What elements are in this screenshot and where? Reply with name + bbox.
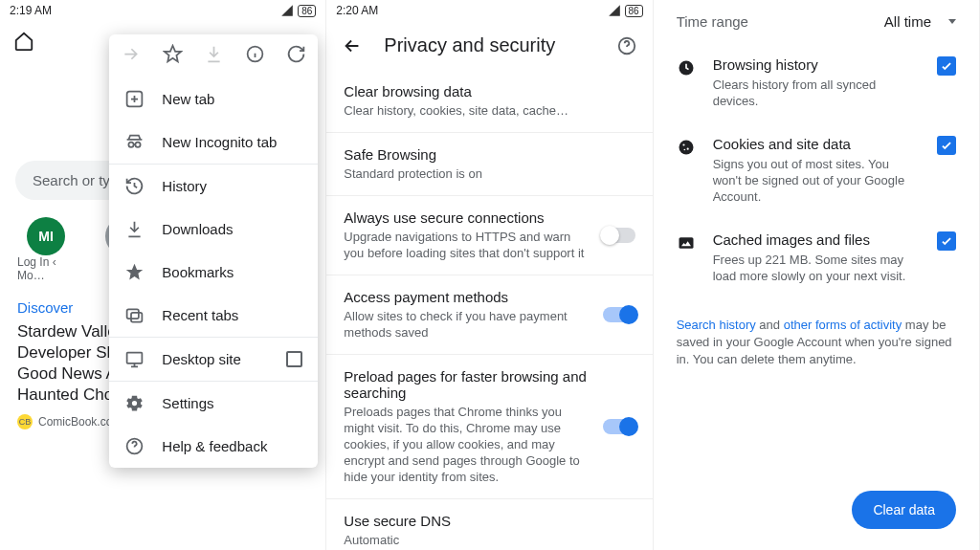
- signal-icon: [608, 4, 621, 17]
- status-time: 2:20 AM: [336, 4, 378, 17]
- info-icon[interactable]: [245, 44, 265, 64]
- cookie-icon: [677, 138, 696, 157]
- svg-point-17: [682, 143, 684, 145]
- signal-icon: [280, 4, 294, 17]
- toggle-switch[interactable]: [603, 419, 635, 434]
- battery-indicator: 86: [625, 5, 643, 17]
- menu-desktop-site[interactable]: Desktop site: [109, 338, 318, 381]
- clear-data-button[interactable]: Clear data: [852, 491, 956, 529]
- setting-safe-browsing[interactable]: Safe BrowsingStandard protection is on: [326, 133, 652, 196]
- star-icon[interactable]: [163, 44, 183, 64]
- svg-rect-10: [127, 309, 139, 319]
- status-bar: 2:20 AM 86: [326, 0, 652, 21]
- menu-new-tab[interactable]: New tab: [109, 77, 318, 121]
- download-icon[interactable]: [204, 44, 224, 64]
- menu-help[interactable]: Help & feedback: [109, 425, 318, 468]
- tile-label: Log In ‹ Mo…: [17, 255, 75, 282]
- setting-preload-pages[interactable]: Preload pages for faster browsing and se…: [326, 355, 652, 499]
- menu-settings[interactable]: Settings: [109, 382, 318, 425]
- svg-rect-11: [131, 313, 142, 322]
- cbd-browsing-history[interactable]: Browsing historyClears history from all …: [654, 43, 979, 122]
- cbd-cookies[interactable]: Cookies and site dataSigns you out of mo…: [654, 122, 979, 218]
- search-history-link[interactable]: Search history: [677, 318, 756, 332]
- time-range-selector[interactable]: Time range All time: [654, 0, 979, 43]
- status-bar: 2:19 AM 86: [0, 0, 325, 21]
- setting-clear-browsing-data[interactable]: Clear browsing dataClear history, cookie…: [326, 70, 652, 133]
- home-icon[interactable]: [13, 31, 34, 52]
- image-icon: [677, 233, 696, 253]
- setting-payment-methods[interactable]: Access payment methodsAllow sites to che…: [326, 275, 652, 355]
- dropdown-icon: [948, 19, 956, 24]
- svg-point-9: [136, 143, 141, 147]
- checkbox-checked[interactable]: [937, 56, 956, 76]
- refresh-icon[interactable]: [286, 44, 306, 64]
- menu-recent-tabs[interactable]: Recent tabs: [109, 294, 318, 337]
- forward-icon: [121, 44, 141, 64]
- menu-history[interactable]: History: [109, 165, 318, 208]
- menu-downloads[interactable]: Downloads: [109, 208, 318, 251]
- info-text: Search history and other forms of activi…: [654, 317, 979, 368]
- time-range-label: Time range: [677, 13, 748, 30]
- overflow-menu: New tab New Incognito tab History Downlo…: [109, 34, 318, 468]
- other-activity-link[interactable]: other forms of activity: [784, 318, 902, 332]
- shortcut-tile[interactable]: MI Log In ‹ Mo…: [17, 217, 75, 282]
- setting-secure-dns[interactable]: Use secure DNSAutomatic: [326, 499, 652, 550]
- cbd-cached-images[interactable]: Cached images and filesFrees up 221 MB. …: [654, 218, 979, 297]
- toggle-switch[interactable]: [603, 307, 635, 322]
- checkbox-icon[interactable]: [286, 351, 302, 367]
- svg-rect-20: [679, 237, 693, 249]
- back-icon[interactable]: [342, 35, 363, 56]
- svg-rect-12: [127, 353, 143, 363]
- menu-incognito[interactable]: New Incognito tab: [109, 121, 318, 164]
- history-icon: [677, 58, 696, 77]
- setting-secure-connections[interactable]: Always use secure connectionsUpgrade nav…: [326, 196, 652, 275]
- toggle-switch[interactable]: [603, 228, 635, 243]
- source-favicon: CB: [17, 414, 33, 429]
- battery-indicator: 86: [298, 5, 316, 17]
- svg-point-18: [686, 148, 688, 150]
- svg-point-19: [683, 149, 685, 151]
- status-time: 2:19 AM: [10, 4, 52, 17]
- checkbox-checked[interactable]: [937, 136, 956, 155]
- help-icon[interactable]: [616, 35, 637, 56]
- page-title: Privacy and security: [384, 34, 594, 56]
- svg-point-8: [129, 143, 134, 147]
- menu-bookmarks[interactable]: Bookmarks: [109, 251, 318, 294]
- checkbox-checked[interactable]: [937, 231, 956, 251]
- svg-point-16: [679, 141, 693, 155]
